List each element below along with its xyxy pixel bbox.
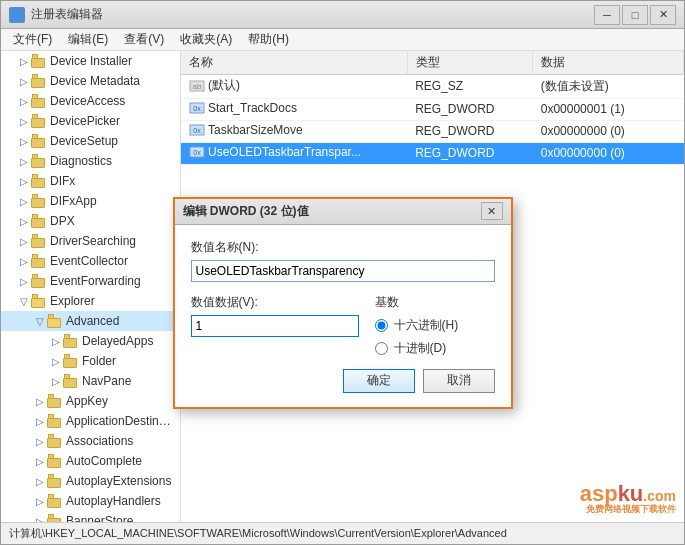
cell-type: REG_SZ bbox=[407, 75, 533, 99]
menu-view[interactable]: 查看(V) bbox=[116, 29, 172, 50]
radio-hex[interactable]: 十六进制(H) bbox=[375, 317, 495, 334]
dword-icon: 0x bbox=[189, 145, 205, 159]
expand-icon: ▷ bbox=[17, 134, 31, 148]
radio-dec[interactable]: 十进制(D) bbox=[375, 340, 495, 357]
tree-item-difx[interactable]: ▷ DIFx bbox=[1, 171, 180, 191]
expand-icon: ▷ bbox=[17, 154, 31, 168]
edit-dword-dialog: 编辑 DWORD (32 位)值 ✕ 数值名称(N): 数值数据(V): 基数 bbox=[173, 197, 513, 409]
tree-item-explorer[interactable]: ▽ Explorer bbox=[1, 291, 180, 311]
tree-label: AutoComplete bbox=[66, 454, 142, 468]
tree-label: DevicePicker bbox=[50, 114, 120, 128]
expand-icon: ▷ bbox=[49, 354, 63, 368]
value-name-input[interactable] bbox=[191, 260, 495, 282]
tree-label: Explorer bbox=[50, 294, 95, 308]
folder-icon bbox=[31, 254, 47, 268]
table-row[interactable]: 0x Start_TrackDocs REG_DWORD 0x00000001 … bbox=[181, 98, 684, 120]
tree-item-banner-store[interactable]: ▷ BannerStore bbox=[1, 511, 180, 522]
tree-label: NavPane bbox=[82, 374, 131, 388]
tree-label: DIFxApp bbox=[50, 194, 97, 208]
tree-item-delayed-apps[interactable]: ▷ DelayedApps bbox=[1, 331, 180, 351]
tree-item-device-setup[interactable]: ▷ DeviceSetup bbox=[1, 131, 180, 151]
tree-item-event-collector[interactable]: ▷ EventCollector bbox=[1, 251, 180, 271]
menu-favorites[interactable]: 收藏夹(A) bbox=[172, 29, 240, 50]
dialog-ok-button[interactable]: 确定 bbox=[343, 369, 415, 393]
tree-label: Folder bbox=[82, 354, 116, 368]
folder-icon bbox=[47, 314, 63, 328]
tree-item-driver-searching[interactable]: ▷ DriverSearching bbox=[1, 231, 180, 251]
cell-type: REG_DWORD bbox=[407, 120, 533, 142]
menu-edit[interactable]: 编辑(E) bbox=[60, 29, 116, 50]
tree-item-dpx[interactable]: ▷ DPX bbox=[1, 211, 180, 231]
menu-file[interactable]: 文件(F) bbox=[5, 29, 60, 50]
expand-icon: ▷ bbox=[17, 234, 31, 248]
expand-icon: ▷ bbox=[17, 94, 31, 108]
expand-icon: ▷ bbox=[49, 334, 63, 348]
col-type-header[interactable]: 类型 bbox=[407, 51, 533, 75]
tree-item-autoplay-extensions[interactable]: ▷ AutoplayExtensions bbox=[1, 471, 180, 491]
expand-icon: ▷ bbox=[17, 74, 31, 88]
table-row-selected[interactable]: 0x UseOLEDTaskbarTranspar... REG_DWORD 0… bbox=[181, 142, 684, 164]
menu-help[interactable]: 帮助(H) bbox=[240, 29, 297, 50]
dword-icon: 0x bbox=[189, 123, 205, 137]
minimize-button[interactable]: ─ bbox=[594, 5, 620, 25]
tree-item-nav-pane[interactable]: ▷ NavPane bbox=[1, 371, 180, 391]
radio-hex-input[interactable] bbox=[375, 319, 388, 332]
expand-icon: ▷ bbox=[17, 174, 31, 188]
tree-item-autoplay-handlers[interactable]: ▷ AutoplayHandlers bbox=[1, 491, 180, 511]
folder-icon bbox=[31, 114, 47, 128]
expand-icon: ▷ bbox=[33, 514, 47, 522]
tree-label: EventCollector bbox=[50, 254, 128, 268]
cell-name: ab (默认) bbox=[181, 75, 407, 99]
dialog-cancel-button[interactable]: 取消 bbox=[423, 369, 495, 393]
maximize-button[interactable]: □ bbox=[622, 5, 648, 25]
tree-item-device-installer[interactable]: ▷ Device Installer bbox=[1, 51, 180, 71]
cell-data: 0x00000000 (0) bbox=[533, 120, 684, 142]
folder-icon bbox=[31, 214, 47, 228]
radio-group: 十六进制(H) 十进制(D) bbox=[375, 317, 495, 357]
folder-icon bbox=[31, 74, 47, 88]
value-data-input[interactable] bbox=[191, 315, 359, 337]
cell-name: 0x Start_TrackDocs bbox=[181, 98, 407, 120]
tree-label: AppKey bbox=[66, 394, 108, 408]
expand-icon: ▽ bbox=[17, 294, 31, 308]
expand-icon: ▷ bbox=[33, 494, 47, 508]
tree-item-device-metadata[interactable]: ▷ Device Metadata bbox=[1, 71, 180, 91]
folder-icon bbox=[47, 414, 63, 428]
table-row[interactable]: ab (默认) REG_SZ (数值未设置) bbox=[181, 75, 684, 99]
tree-item-device-picker[interactable]: ▷ DevicePicker bbox=[1, 111, 180, 131]
tree-item-autocomplete[interactable]: ▷ AutoComplete bbox=[1, 451, 180, 471]
cell-type: REG_DWORD bbox=[407, 142, 533, 164]
tree-item-advanced[interactable]: ▽ Advanced bbox=[1, 311, 180, 331]
tree-item-folder[interactable]: ▷ Folder bbox=[1, 351, 180, 371]
dialog-close-button[interactable]: ✕ bbox=[481, 202, 503, 220]
expand-icon: ▽ bbox=[33, 314, 47, 328]
tree-item-difxapp[interactable]: ▷ DIFxApp bbox=[1, 191, 180, 211]
tree-item-application-destinatio[interactable]: ▷ ApplicationDestinatio bbox=[1, 411, 180, 431]
table-row[interactable]: 0x TaskbarSizeMove REG_DWORD 0x00000000 … bbox=[181, 120, 684, 142]
col-name-header[interactable]: 名称 bbox=[181, 51, 407, 75]
expand-icon: ▷ bbox=[17, 254, 31, 268]
tree-item-associations[interactable]: ▷ Associations bbox=[1, 431, 180, 451]
cell-data: (数值未设置) bbox=[533, 75, 684, 99]
radio-dec-input[interactable] bbox=[375, 342, 388, 355]
status-bar: 计算机\HKEY_LOCAL_MACHINE\SOFTWARE\Microsof… bbox=[1, 522, 684, 544]
tree-item-device-access[interactable]: ▷ DeviceAccess bbox=[1, 91, 180, 111]
col-data-header[interactable]: 数据 bbox=[533, 51, 684, 75]
tree-label: AutoplayExtensions bbox=[66, 474, 171, 488]
tree-item-event-forwarding[interactable]: ▷ EventForwarding bbox=[1, 271, 180, 291]
svg-text:0x: 0x bbox=[193, 127, 201, 134]
cell-data: 0x00000000 (0) bbox=[533, 142, 684, 164]
svg-text:0x: 0x bbox=[193, 105, 201, 112]
tree-label: Diagnostics bbox=[50, 154, 112, 168]
cell-name: 0x TaskbarSizeMove bbox=[181, 120, 407, 142]
radio-hex-label: 十六进制(H) bbox=[394, 317, 459, 334]
tree-item-diagnostics[interactable]: ▷ Diagnostics bbox=[1, 151, 180, 171]
expand-icon: ▷ bbox=[33, 434, 47, 448]
tree-item-appkey[interactable]: ▷ AppKey bbox=[1, 391, 180, 411]
tree-label: DeviceSetup bbox=[50, 134, 118, 148]
dialog-title: 编辑 DWORD (32 位)值 bbox=[183, 203, 481, 220]
svg-text:ab: ab bbox=[193, 82, 202, 91]
folder-icon bbox=[31, 234, 47, 248]
window-title: 注册表编辑器 bbox=[31, 6, 594, 23]
close-button[interactable]: ✕ bbox=[650, 5, 676, 25]
